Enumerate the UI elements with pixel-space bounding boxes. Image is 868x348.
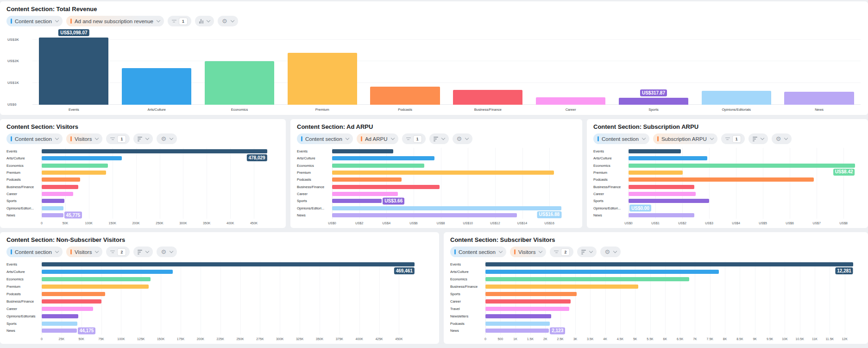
bar-opinions-editorials[interactable] [702, 91, 771, 105]
filter-button[interactable]: 1 [106, 133, 130, 144]
settings-button[interactable]: ⚙ [600, 247, 621, 257]
bar-premium[interactable] [42, 285, 149, 289]
dimension-select[interactable]: Content section [6, 133, 63, 144]
bar-economics[interactable] [205, 61, 274, 105]
bar-arts-culture[interactable] [629, 156, 707, 160]
bar-podcasts[interactable] [629, 177, 814, 182]
bar-news[interactable] [332, 213, 517, 217]
filter-button[interactable]: 1 [402, 133, 426, 144]
bar-career[interactable] [629, 192, 696, 196]
bar-sports[interactable] [42, 322, 77, 326]
bar-business-finance[interactable] [332, 185, 440, 189]
bar-events[interactable] [485, 262, 853, 266]
bar-track [42, 299, 431, 304]
x-axis-tick-label: US$4 [732, 221, 740, 225]
bar-business-finance[interactable] [42, 185, 78, 189]
bar-row: Economics [6, 164, 277, 168]
chart-type-button[interactable] [133, 133, 153, 144]
settings-button[interactable]: ⚙ [772, 133, 792, 144]
measure-select[interactable]: Subscription ARPU [653, 133, 717, 144]
bar-premium[interactable] [42, 171, 106, 175]
bar-sports[interactable] [619, 98, 688, 105]
bar-arts-culture[interactable] [42, 270, 173, 274]
bar-opinions-editori[interactable] [42, 206, 63, 210]
bar-arts-culture[interactable] [485, 270, 719, 274]
bar-news[interactable] [629, 213, 694, 217]
measure-select[interactable]: Ad and new subscription revenue [66, 16, 164, 26]
dimension-select[interactable]: Content section [593, 133, 649, 144]
bar-opinions-editori[interactable] [332, 206, 561, 210]
bar-news[interactable] [784, 92, 854, 105]
chart-type-button[interactable] [195, 16, 214, 26]
bar-podcasts[interactable] [332, 177, 402, 182]
bar-career[interactable] [332, 192, 398, 196]
bar-economics[interactable] [42, 164, 108, 168]
bar-track [485, 285, 860, 289]
bar-news[interactable] [42, 213, 63, 217]
settings-button[interactable]: ⚙ [157, 133, 177, 144]
bar-career[interactable] [485, 299, 571, 304]
bar-arts-culture[interactable] [332, 156, 434, 160]
bar-events[interactable] [332, 149, 393, 153]
dimension-select[interactable]: Content section [450, 247, 506, 257]
bar-opinions-editorials[interactable] [42, 314, 78, 318]
bar-career[interactable] [536, 97, 605, 105]
bar-economics[interactable] [332, 164, 424, 168]
bar-podcasts[interactable] [485, 322, 550, 326]
category-label: News [297, 213, 332, 217]
filter-button[interactable]: 1 [168, 16, 191, 26]
bar-events[interactable] [42, 149, 267, 153]
bar-sports[interactable] [485, 292, 577, 296]
bar-economics[interactable] [629, 164, 855, 168]
measure-select[interactable]: Ad ARPU [357, 133, 398, 144]
bar-premium[interactable] [629, 171, 683, 175]
bar-news[interactable] [485, 329, 549, 333]
bar-events[interactable] [42, 262, 415, 266]
bar-business-finance[interactable] [485, 285, 638, 289]
measure-label: Visitors [75, 249, 92, 255]
bar-business-finance[interactable] [453, 90, 522, 105]
bar-premium[interactable] [288, 53, 357, 105]
bar-sports[interactable] [332, 199, 382, 203]
x-axis-tick-label: 300K [276, 337, 283, 341]
bar-business-finance[interactable] [42, 299, 101, 304]
measure-select[interactable]: Visitors [66, 247, 103, 257]
dimension-select[interactable]: Content section [6, 16, 63, 26]
settings-button[interactable]: ⚙ [157, 247, 177, 257]
bar-podcasts[interactable] [370, 87, 440, 105]
category-label: Economics [6, 277, 42, 281]
chart-type-button[interactable] [429, 133, 449, 144]
bar-events[interactable] [39, 38, 108, 105]
dimension-select[interactable]: Content section [297, 133, 353, 144]
chevron-down-icon [710, 136, 713, 140]
chart-type-button[interactable] [133, 247, 153, 257]
bar-career[interactable] [42, 192, 73, 196]
settings-button[interactable]: ⚙ [453, 133, 473, 144]
bar-economics[interactable] [42, 277, 151, 281]
dimension-select[interactable]: Content section [6, 247, 63, 257]
bar-podcasts[interactable] [42, 292, 105, 296]
filter-button[interactable]: 2 [550, 247, 573, 257]
bar-news[interactable] [42, 329, 77, 333]
category-label: Events [6, 149, 42, 153]
bar-career[interactable] [42, 307, 93, 311]
bar-events[interactable] [629, 149, 681, 153]
bar-travel[interactable] [485, 307, 569, 311]
bar-premium[interactable] [332, 171, 554, 175]
bar-sports[interactable] [629, 199, 709, 203]
filter-button[interactable]: 2 [106, 247, 130, 257]
settings-button[interactable]: ⚙ [218, 16, 238, 26]
chart-type-button[interactable] [748, 133, 768, 144]
measure-select[interactable]: Visitors [66, 133, 103, 144]
bar-business-finance[interactable] [629, 185, 694, 189]
bar-podcasts[interactable] [42, 177, 80, 182]
x-axis-tick-label: 5K [633, 337, 637, 341]
bar-newsletters[interactable] [485, 314, 551, 318]
measure-select[interactable]: Visitors [510, 247, 547, 257]
bar-economics[interactable] [485, 277, 689, 281]
bar-sports[interactable] [42, 199, 64, 203]
bar-arts-culture[interactable] [122, 68, 191, 105]
chart-type-button[interactable] [577, 247, 597, 257]
filter-button[interactable]: 1 [721, 133, 745, 144]
bar-arts-culture[interactable] [42, 156, 122, 160]
